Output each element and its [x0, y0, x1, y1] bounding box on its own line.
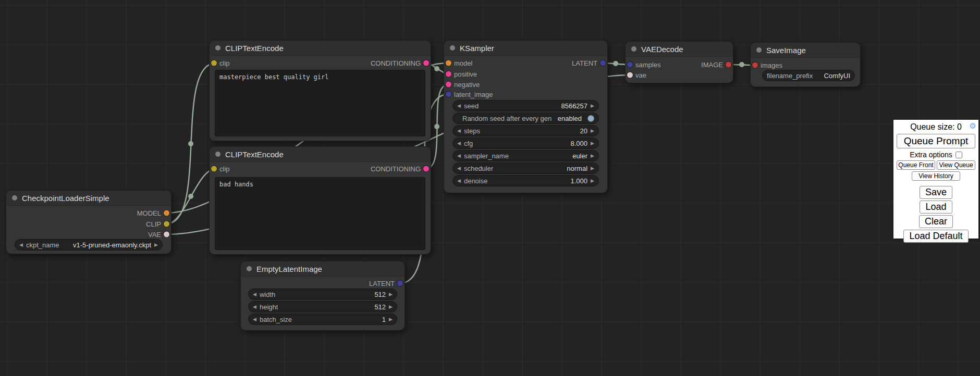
- view-queue-button[interactable]: View Queue: [937, 160, 975, 170]
- node-vae-decode[interactable]: VAEDecode samples IMAGE vae: [626, 42, 733, 83]
- extra-options-checkbox[interactable]: [956, 152, 962, 158]
- batch-size-widget[interactable]: ◀ batch_size 1 ▶: [248, 314, 397, 325]
- node-collapse-dot[interactable]: [756, 47, 762, 53]
- increment-arrow[interactable]: ▶: [591, 179, 594, 183]
- node-collapse-dot[interactable]: [247, 266, 252, 271]
- queue-size-label: Queue size: 0: [910, 122, 962, 131]
- output-slot-latent[interactable]: [600, 60, 606, 66]
- widget-value: 512: [374, 303, 386, 311]
- input-slot-latent-image[interactable]: [446, 92, 451, 97]
- increment-arrow[interactable]: ▶: [389, 305, 393, 309]
- sampler-name-widget[interactable]: ◀ sampler_name euler ▶: [452, 150, 599, 161]
- decrement-arrow[interactable]: ◀: [253, 305, 256, 309]
- input-slot-label: positive: [454, 70, 477, 78]
- increment-arrow[interactable]: ▶: [591, 141, 594, 146]
- decrement-arrow[interactable]: ◀: [457, 166, 461, 171]
- node-clip-text-encode-negative[interactable]: CLIPTextEncode clip CONDITIONING bad han…: [210, 147, 431, 254]
- settings-gear-icon[interactable]: ⚙: [970, 121, 976, 131]
- node-title-bar[interactable]: CheckpointLoaderSimple: [6, 191, 171, 206]
- load-default-button[interactable]: Load Default: [903, 230, 968, 243]
- load-button[interactable]: Load: [920, 200, 952, 214]
- node-save-image[interactable]: SaveImage images filename_prefix ComfyUI: [751, 43, 860, 86]
- output-slot-label: LATENT: [369, 280, 395, 287]
- input-slot-positive[interactable]: [446, 71, 451, 77]
- input-slot-images[interactable]: [752, 62, 758, 68]
- graph-canvas[interactable]: CheckpointLoaderSimple MODEL CLIP VAE ◀ …: [0, 0, 980, 376]
- widget-value: 1.000: [571, 177, 588, 185]
- input-slot-samples[interactable]: [627, 62, 633, 68]
- input-slot-negative[interactable]: [446, 82, 451, 87]
- queue-front-button[interactable]: Queue Front: [897, 160, 935, 170]
- height-widget[interactable]: ◀ height 512 ▶: [248, 301, 397, 312]
- node-title-bar[interactable]: EmptyLatentImage: [241, 261, 405, 277]
- node-checkpoint-loader[interactable]: CheckpointLoaderSimple MODEL CLIP VAE ◀ …: [6, 191, 171, 254]
- node-title: CLIPTextEncode: [225, 44, 284, 53]
- increment-arrow[interactable]: ▶: [591, 129, 594, 133]
- input-slot-model[interactable]: [446, 60, 451, 66]
- output-slot-label: IMAGE: [701, 61, 723, 69]
- increment-arrow[interactable]: ▶: [591, 154, 594, 158]
- clear-button[interactable]: Clear: [919, 215, 953, 228]
- node-title-bar[interactable]: KSampler: [444, 41, 607, 56]
- steps-widget[interactable]: ◀ steps 20 ▶: [452, 125, 599, 136]
- decrement-arrow[interactable]: ◀: [253, 317, 256, 322]
- node-title-bar[interactable]: VAEDecode: [626, 42, 733, 57]
- decrement-arrow[interactable]: ◀: [457, 179, 461, 183]
- output-slot-model[interactable]: [164, 210, 169, 216]
- negative-prompt-textarea[interactable]: bad hands: [215, 177, 425, 250]
- width-widget[interactable]: ◀ width 512 ▶: [248, 289, 397, 300]
- output-slot-image[interactable]: [726, 62, 731, 68]
- input-slot-clip[interactable]: [211, 60, 217, 66]
- output-slot-label: CONDITIONING: [371, 165, 421, 173]
- node-empty-latent-image[interactable]: EmptyLatentImage LATENT ◀ width 512 ▶ ◀ …: [241, 261, 405, 330]
- queue-size-row: Queue size: 0 ⚙: [897, 121, 975, 133]
- increment-arrow[interactable]: ▶: [591, 166, 594, 171]
- link-clip-negative: [166, 169, 216, 224]
- widget-label: cfg: [464, 140, 473, 147]
- slot-row: latent_image: [444, 89, 607, 99]
- output-slot-conditioning[interactable]: [423, 60, 429, 66]
- decrement-arrow[interactable]: ◀: [19, 243, 23, 247]
- positive-prompt-textarea[interactable]: masterpiece best quality girl: [215, 70, 425, 136]
- node-collapse-dot[interactable]: [215, 152, 220, 157]
- seed-widget[interactable]: ◀ seed 8566257 ▶: [452, 100, 599, 111]
- node-clip-text-encode-positive[interactable]: CLIPTextEncode clip CONDITIONING masterp…: [210, 41, 431, 141]
- slot-row: VAE: [6, 229, 171, 240]
- output-slot-vae[interactable]: [164, 232, 169, 237]
- node-collapse-dot[interactable]: [215, 45, 220, 51]
- increment-arrow[interactable]: ▶: [154, 243, 158, 247]
- input-slot-label: images: [761, 61, 782, 69]
- cfg-widget[interactable]: ◀ cfg 8.000 ▶: [452, 137, 599, 149]
- output-slot-conditioning[interactable]: [423, 166, 429, 172]
- view-history-button[interactable]: View History: [912, 171, 960, 181]
- output-slot-clip[interactable]: [164, 221, 169, 227]
- node-title-bar[interactable]: CLIPTextEncode: [210, 147, 431, 162]
- increment-arrow[interactable]: ▶: [389, 292, 393, 297]
- output-slot-latent[interactable]: [397, 281, 403, 286]
- node-ksampler[interactable]: KSampler model LATENT positive negative …: [444, 41, 607, 193]
- scheduler-widget[interactable]: ◀ scheduler normal ▶: [452, 162, 599, 174]
- ckpt-name-widget[interactable]: ◀ ckpt_name v1-5-pruned-emaonly.ckpt ▶: [15, 239, 163, 250]
- node-title-bar[interactable]: SaveImage: [751, 43, 860, 58]
- save-button[interactable]: Save: [920, 186, 952, 199]
- input-slot-label: clip: [219, 165, 230, 173]
- random-seed-toggle[interactable]: Random seed after every gen enabled: [452, 112, 599, 124]
- node-collapse-dot[interactable]: [450, 45, 455, 51]
- decrement-arrow[interactable]: ◀: [253, 292, 256, 297]
- decrement-arrow[interactable]: ◀: [457, 154, 461, 158]
- decrement-arrow[interactable]: ◀: [457, 129, 461, 133]
- denoise-widget[interactable]: ◀ denoise 1.000 ▶: [452, 175, 599, 186]
- input-slot-clip[interactable]: [211, 166, 217, 172]
- input-slot-vae[interactable]: [627, 72, 633, 78]
- increment-arrow[interactable]: ▶: [389, 317, 393, 322]
- filename-prefix-widget[interactable]: filename_prefix ComfyUI: [762, 70, 855, 81]
- toggle-on-dot[interactable]: [587, 115, 594, 122]
- decrement-arrow[interactable]: ◀: [457, 104, 461, 108]
- queue-prompt-button[interactable]: Queue Prompt: [897, 134, 975, 148]
- input-slot-label: samples: [635, 61, 660, 69]
- decrement-arrow[interactable]: ◀: [457, 141, 461, 146]
- node-collapse-dot[interactable]: [631, 46, 636, 52]
- increment-arrow[interactable]: ▶: [591, 104, 594, 108]
- node-title-bar[interactable]: CLIPTextEncode: [210, 41, 431, 56]
- node-collapse-dot[interactable]: [12, 195, 17, 200]
